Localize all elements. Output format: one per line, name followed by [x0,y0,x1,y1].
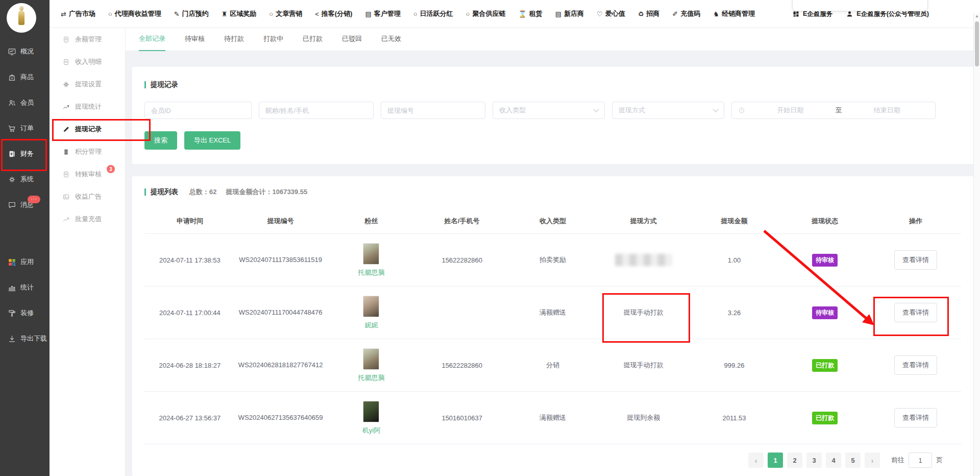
page-number-button[interactable]: 4 [826,453,841,468]
messages-notification-badge: ··· [28,196,40,203]
date-range-picker[interactable]: 开始日期 至 结束日期 [731,102,936,119]
view-detail-button[interactable]: 查看详情 [894,250,937,270]
cell-method: 提现到余额 [598,392,689,444]
top-nav-item[interactable]: ▤ 新店商 [555,9,584,18]
sidebar-item-goods[interactable]: 商品 [0,64,50,90]
status-tab[interactable]: 待打款 [224,28,244,51]
member-id-input[interactable] [144,102,252,119]
export-excel-button[interactable]: 导出 EXCEL [184,131,240,150]
submenu-withdraw-statistics[interactable]: 提现统计 [50,96,125,118]
submenu-bulk-recharge[interactable]: 批量充值 [50,208,125,230]
withdraw-no-input[interactable] [381,102,485,119]
col-amount: 提现金额 [689,209,780,234]
col-withdraw-no: 提现编号 [235,209,326,234]
status-tab[interactable]: 已打款 [303,28,323,51]
sidebar-item-apps[interactable]: 应用 [0,249,50,275]
status-tab[interactable]: 待审核 [185,28,205,51]
brand-logo [7,3,36,33]
status-tab[interactable]: 全部记录 [139,28,165,51]
cell-method: 提现手动打款 [598,339,689,392]
status-tab[interactable]: 打款中 [263,28,283,51]
income-type-select[interactable]: 收入类型 [493,102,605,119]
sidebar-item-members[interactable]: 会员 [0,90,50,115]
page-number-button[interactable]: 1 [768,453,783,468]
sidebar-item-orders[interactable]: 订单 [0,115,50,141]
fan-nickname-link[interactable]: 托腮思脑 [328,373,415,383]
sidebar-item-finance[interactable]: ¥ 财务 [0,141,50,166]
top-nav-item[interactable]: ○ 聚合供应链 [466,9,506,18]
top-nav-item[interactable]: ♻ 招商 [638,9,660,18]
nav-label: 门店预约 [182,9,209,18]
prev-page-button[interactable]: ‹ [748,453,764,468]
fan-avatar[interactable] [363,296,379,317]
sidebar-item-overview[interactable]: 概况 [0,39,50,64]
top-nav-item[interactable]: ⌛ 租赁 [518,9,542,18]
paint-roller-icon [8,309,16,318]
top-nav-item[interactable]: ✎ 门店预约 [174,9,209,18]
top-nav-item[interactable]: < 推客(分销) [315,9,352,18]
col-status: 提现状态 [779,209,870,234]
view-detail-button[interactable]: 查看详情 [894,355,937,375]
nickname-name-phone-input[interactable] [259,102,374,119]
top-nav-item[interactable]: ⇄ 广告市场 [61,9,95,18]
page-number-button[interactable]: 5 [845,453,861,468]
top-nav-item[interactable]: ○ 日活跃分红 [413,9,453,18]
top-nav-item[interactable]: ♡ 爱心值 [597,9,625,18]
view-detail-button[interactable]: 查看详情 [894,408,937,427]
submenu-balance-management[interactable]: 余额管理 [50,28,125,51]
cell-apply-time: 2024-06-28 18:18:27 [144,339,235,392]
top-nav-item[interactable]: ○ 文章营销 [269,9,302,18]
page-number-button[interactable]: 3 [806,453,822,468]
record-status-tabs: 全部记录 待审核 待打款 打款中 已打款 已驳回 已无效 [126,28,980,51]
top-nav-item[interactable]: ○ 代理商收益管理 [108,9,161,18]
fan-avatar[interactable] [363,348,379,370]
next-page-button[interactable]: › [865,453,880,468]
submenu-withdraw-records[interactable]: 提现记录 [50,118,125,140]
fan-avatar[interactable] [363,401,379,422]
view-detail-button[interactable]: 查看详情 [894,303,937,322]
fan-nickname-link[interactable]: 托腮思脑 [328,268,415,277]
sidebar-item-decorate[interactable]: 装修 [0,300,50,326]
sidebar-item-system[interactable]: 系统 [0,166,50,192]
scrollbar-track[interactable]: ▲ [973,13,980,476]
submenu-transfer-review[interactable]: 转账审核 3 [50,163,125,185]
line-chart-icon [62,103,70,111]
top-nav-item[interactable]: ♜ 区域奖励 [222,9,257,18]
scrollbar-up-arrow[interactable]: ▲ [974,14,980,18]
submenu-withdraw-settings[interactable]: 提现设置 [50,73,125,96]
cell-method: 提现手动打款 [598,287,689,339]
nav-label: 区域奖励 [230,9,256,18]
fan-avatar[interactable] [363,243,379,265]
fan-nickname-link[interactable]: 机yi阿 [328,426,415,435]
filter-actions: 搜索 导出 EXCEL [144,131,961,150]
truncated-popup [792,0,928,11]
status-badge: 已打款 [812,412,838,424]
top-nav-item[interactable]: ♞ 经销商管理 [713,9,755,18]
goto-page: 前往 页 [891,453,943,468]
submenu-income-detail[interactable]: 收入明细 [50,51,125,73]
status-tab[interactable]: 已驳回 [342,28,362,51]
search-button[interactable]: 搜索 [144,131,177,150]
nav-label: 新店商 [564,9,584,18]
sidebar-item-export-download[interactable]: 导出下载 [0,326,50,351]
status-tab[interactable]: 已无效 [381,28,401,51]
users-icon [8,99,16,107]
scrollbar-thumb[interactable] [975,21,979,66]
goto-page-input[interactable] [909,453,932,468]
top-nav-item[interactable]: ▤ 客户管理 [365,9,400,18]
submenu-revenue-ads[interactable]: 收益广告 [50,185,125,208]
col-income-type: 收入类型 [507,209,598,234]
nav-label: 充值码 [680,9,700,18]
fan-nickname-link[interactable]: 妮妮 [328,321,415,330]
pagination: ‹ 1 2 3 4 5 [144,453,943,468]
cell-name-phone: 15622282860 [416,234,507,287]
top-nav-item[interactable]: ✐ 充值码 [672,9,700,18]
page-number-button[interactable]: 2 [787,453,802,468]
sidebar-item-statistics[interactable]: 统计 [0,275,50,300]
submenu-points-management[interactable]: 积分管理 [50,140,125,163]
cell-amount: 999.26 [689,339,780,392]
withdraw-method-select[interactable]: 提现方式 [612,102,724,119]
sidebar-item-messages[interactable]: 消息 ··· [0,192,50,218]
table-header-row: 申请时间 提现编号 粉丝 姓名/手机号 收入类型 提现方式 提现金额 提现状态 … [144,209,961,234]
shopping-bag-icon [8,73,16,82]
